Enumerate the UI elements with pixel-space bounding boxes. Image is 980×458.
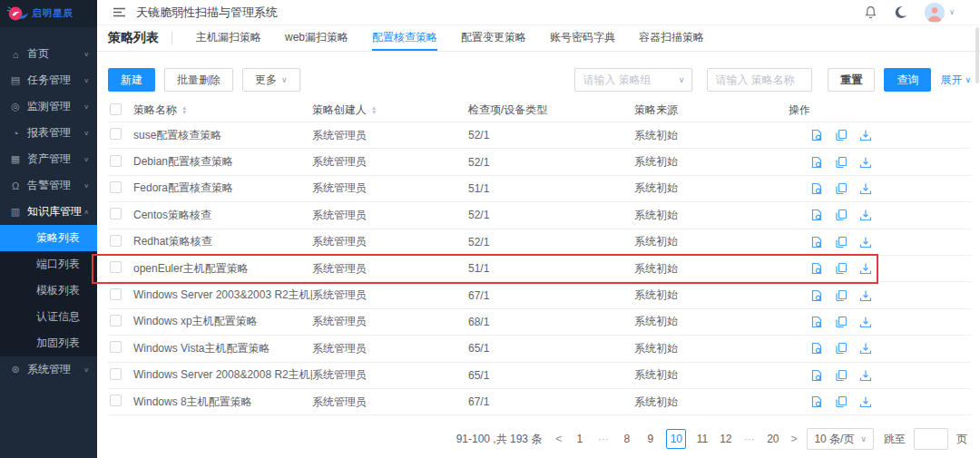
- create-button[interactable]: 新建: [108, 68, 155, 92]
- policy-group-select[interactable]: 请输入 策略组 ∨: [574, 68, 692, 92]
- view-detail-icon[interactable]: [810, 156, 823, 169]
- page-scrollbar[interactable]: [975, 27, 979, 83]
- dark-mode-moon-icon[interactable]: [894, 5, 907, 19]
- copy-icon[interactable]: [835, 182, 848, 195]
- column-header-creator[interactable]: 策略创建人 ▲▼: [312, 102, 468, 118]
- tab[interactable]: 容器扫描策略: [639, 25, 704, 51]
- tab[interactable]: 配置变更策略: [461, 25, 526, 51]
- sidebar-item[interactable]: ⌂ 首页 ∨: [0, 41, 97, 67]
- next-page-button[interactable]: >: [789, 433, 799, 445]
- sidebar-item[interactable]: ◔ 报表管理 ∨: [0, 120, 97, 146]
- expand-filters-link[interactable]: 展开 ∨: [940, 73, 971, 88]
- download-icon[interactable]: [859, 129, 872, 141]
- sort-icon[interactable]: ▲▼: [181, 106, 187, 114]
- page-size-select[interactable]: 10 条/页 ∨: [807, 428, 874, 450]
- check-items-count: 68/1: [468, 316, 634, 328]
- sort-icon[interactable]: ▲▼: [371, 106, 377, 114]
- column-header-name[interactable]: 策略名称 ▲▼: [133, 102, 312, 118]
- view-detail-icon[interactable]: [810, 129, 823, 141]
- pagination: 91-100 ,共 193 条 < 1 ··· 8 9 10 11: [456, 428, 967, 450]
- row-checkbox[interactable]: [110, 315, 122, 326]
- sidebar-item-system[interactable]: ⊛ 系统管理 ∨: [0, 356, 97, 383]
- copy-icon[interactable]: [835, 289, 848, 302]
- policy-source: 系统初始: [634, 208, 789, 223]
- tab[interactable]: 账号密码字典: [550, 25, 615, 51]
- collapse-sidebar-icon[interactable]: [113, 7, 126, 17]
- sidebar-submenu-item[interactable]: 认证信息: [0, 304, 97, 330]
- reset-button[interactable]: 重置: [828, 68, 875, 92]
- copy-icon[interactable]: [835, 209, 848, 221]
- download-icon[interactable]: [859, 209, 872, 221]
- download-icon[interactable]: [859, 289, 872, 302]
- row-checkbox[interactable]: [110, 368, 122, 380]
- view-detail-icon[interactable]: [810, 236, 823, 248]
- page-number-button[interactable]: 12: [718, 429, 733, 449]
- download-icon[interactable]: [859, 156, 872, 169]
- view-detail-icon[interactable]: [810, 209, 823, 221]
- row-checkbox[interactable]: [110, 261, 122, 273]
- download-icon[interactable]: [859, 369, 872, 382]
- view-detail-icon[interactable]: [810, 395, 823, 408]
- page-number-button[interactable]: 10: [666, 429, 686, 449]
- download-icon[interactable]: [859, 262, 872, 275]
- sidebar-item[interactable]: Ω 告警管理 ∨: [0, 172, 97, 199]
- row-checkbox[interactable]: [110, 395, 122, 406]
- page-number-button[interactable]: ···: [595, 429, 611, 449]
- sidebar-item[interactable]: ◎ 监测管理 ∨: [0, 93, 97, 120]
- view-detail-icon[interactable]: [810, 262, 823, 275]
- page-number-button[interactable]: 8: [619, 429, 634, 449]
- view-detail-icon[interactable]: [810, 289, 823, 302]
- view-detail-icon[interactable]: [810, 369, 823, 382]
- sidebar-item[interactable]: ▤ 任务管理 ∨: [0, 67, 97, 93]
- more-button[interactable]: 更多 ∨: [242, 68, 300, 92]
- copy-icon[interactable]: [835, 369, 848, 382]
- copy-icon[interactable]: [835, 262, 848, 275]
- copy-icon[interactable]: [835, 342, 848, 355]
- copy-icon[interactable]: [835, 156, 848, 169]
- copy-icon[interactable]: [835, 129, 848, 141]
- expand-label: 展开: [940, 73, 962, 88]
- page-number-button[interactable]: 11: [694, 429, 710, 449]
- select-all-checkbox[interactable]: [110, 103, 122, 115]
- page-number-button[interactable]: 20: [765, 429, 780, 449]
- jump-page-input[interactable]: [914, 428, 948, 450]
- copy-icon[interactable]: [835, 236, 848, 248]
- policy-name: Centos策略核查: [133, 208, 312, 223]
- page-number-button[interactable]: ···: [741, 429, 757, 449]
- sidebar-item[interactable]: ▦ 资产管理 ∨: [0, 146, 97, 172]
- query-button[interactable]: 查询: [884, 68, 931, 92]
- sidebar-submenu-item[interactable]: 策略列表: [0, 225, 97, 251]
- download-icon[interactable]: [859, 395, 872, 408]
- tab[interactable]: 主机漏扫策略: [196, 25, 261, 51]
- row-checkbox[interactable]: [110, 208, 122, 219]
- view-detail-icon[interactable]: [810, 342, 823, 355]
- view-detail-icon[interactable]: [810, 182, 823, 195]
- view-detail-icon[interactable]: [810, 316, 823, 328]
- row-checkbox[interactable]: [110, 181, 122, 193]
- pagination-total: 91-100 ,共 193 条: [456, 432, 543, 447]
- row-checkbox[interactable]: [110, 155, 122, 167]
- notification-bell-icon[interactable]: [865, 5, 877, 19]
- page-number-button[interactable]: 9: [642, 429, 658, 449]
- download-icon[interactable]: [859, 316, 872, 328]
- download-icon[interactable]: [859, 182, 872, 195]
- download-icon[interactable]: [859, 342, 872, 355]
- sidebar-item[interactable]: ▥ 知识库管理 ∧: [0, 199, 97, 225]
- tab[interactable]: web漏扫策略: [285, 25, 348, 51]
- row-checkbox[interactable]: [110, 288, 122, 300]
- sidebar-submenu-item[interactable]: 加固列表: [0, 330, 97, 356]
- row-checkbox[interactable]: [110, 235, 122, 247]
- sidebar-submenu-item[interactable]: 模板列表: [0, 278, 97, 304]
- row-checkbox[interactable]: [110, 128, 122, 140]
- copy-icon[interactable]: [835, 316, 848, 328]
- download-icon[interactable]: [859, 236, 872, 248]
- user-menu[interactable]: ∨: [925, 3, 955, 23]
- page-number-button[interactable]: 1: [572, 429, 587, 449]
- copy-icon[interactable]: [835, 395, 848, 408]
- policy-name-input[interactable]: [707, 68, 812, 92]
- sidebar-submenu-item[interactable]: 端口列表: [0, 251, 97, 278]
- row-checkbox[interactable]: [110, 341, 122, 353]
- batch-delete-button[interactable]: 批量删除: [164, 68, 233, 92]
- prev-page-button[interactable]: <: [554, 433, 564, 445]
- tab[interactable]: 配置核查策略: [372, 25, 437, 51]
